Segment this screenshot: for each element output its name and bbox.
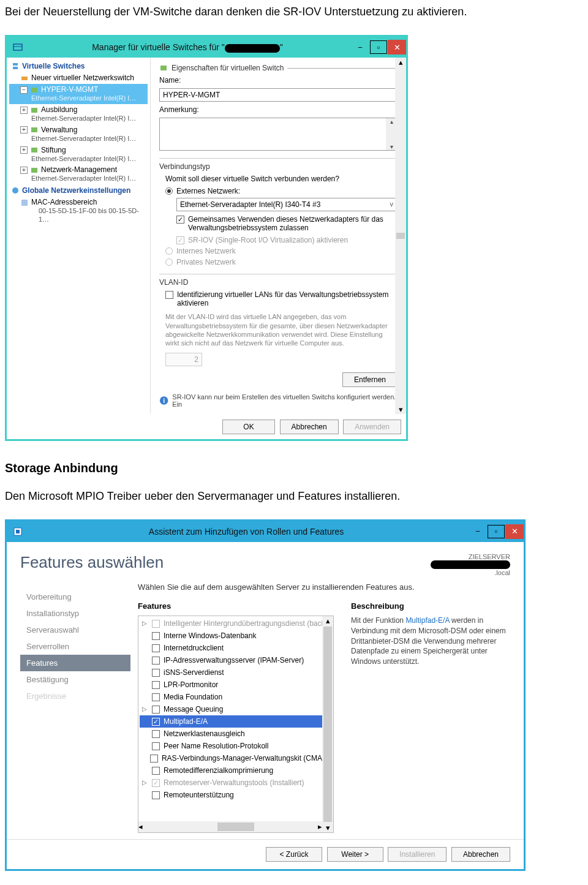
tree-item-hyperv-mgmt[interactable]: − HYPER-V-MGMT Ethernet-Serveradapter In… (9, 84, 148, 104)
radio-external[interactable]: Externes Netzwerk: (165, 187, 398, 195)
feature-label: LPR-Portmonitor (164, 680, 218, 689)
feature-row[interactable]: ▷Message Queuing (140, 703, 332, 715)
checkbox-icon (176, 216, 184, 224)
expand-icon[interactable]: + (20, 126, 28, 134)
conn-group-title: Verbindungstyp (159, 162, 398, 171)
note-label: Anmerkung: (159, 105, 398, 114)
feature-row[interactable]: IP-Adressverwaltungsserver (IPAM-Server) (140, 654, 332, 666)
expand-icon[interactable]: + (20, 107, 28, 114)
features-col-title: Features (138, 601, 334, 611)
expand-icon[interactable]: + (20, 167, 28, 174)
maximize-button[interactable]: ▫ (488, 525, 505, 538)
feature-row[interactable]: Internetdruckclient (140, 642, 332, 654)
svg-rect-5 (31, 88, 37, 92)
info-text: SR-IOV kann nur beim Erstellen des virtu… (172, 393, 398, 408)
ok-button[interactable]: OK (222, 420, 275, 434)
left-tree: Virtuelle Switches Neuer virtueller Netz… (7, 58, 151, 413)
cancel-button[interactable]: Abbrechen (451, 847, 510, 862)
feature-row[interactable]: ▷Intelligenter Hintergrundübertragungsdi… (140, 617, 332, 630)
redacted-server (431, 560, 510, 569)
maximize-button[interactable]: ▫ (370, 40, 387, 54)
vswitch-manager-window: Manager für virtuelle Switches für "" − … (5, 35, 408, 440)
feature-label: Intelligenter Hintergrundübertragungsdie… (164, 619, 325, 628)
checkbox-icon (152, 620, 160, 628)
minimize-button[interactable]: − (351, 40, 369, 55)
vlan-id-input (165, 353, 202, 366)
feature-label: Message Queuing (164, 705, 223, 714)
svg-point-10 (12, 187, 18, 194)
name-label: Name: (159, 76, 398, 85)
features-scrollbar-v[interactable]: ▴▾ (322, 616, 333, 832)
adapter-select[interactable]: Ethernet-Serveradapter Intel(R) I340-T4 … (176, 198, 398, 211)
conn-question: Womit soll dieser virtuelle Switch verbu… (165, 175, 398, 183)
feature-row[interactable]: iSNS-Serverdienst (140, 666, 332, 679)
note-textarea[interactable]: ▴▾ (159, 118, 398, 151)
install-button: Installieren (388, 847, 447, 862)
feature-row[interactable]: Interne Windows-Datenbank (140, 630, 332, 642)
feature-row[interactable]: RAS-Verbindungs-Manager-Verwaltungskit (… (140, 752, 332, 764)
feature-label: RAS-Verbindungs-Manager-Verwaltungskit (… (162, 754, 330, 763)
expand-icon[interactable]: − (20, 86, 28, 94)
svg-rect-8 (31, 148, 37, 153)
svg-rect-7 (31, 127, 37, 132)
tree-item-mac[interactable]: MAC-Adressbereich 00-15-5D-15-1F-00 bis … (9, 197, 148, 225)
checkbox-icon (150, 755, 158, 763)
feature-label: Remoteserver-Verwaltungstools (Installie… (164, 778, 304, 787)
svg-rect-12 (160, 66, 167, 70)
feature-row[interactable]: Peer Name Resolution-Protokoll (140, 740, 332, 752)
expand-icon[interactable]: ▷ (142, 620, 148, 627)
svg-rect-6 (31, 108, 37, 113)
svg-rect-4 (21, 77, 28, 80)
nav-installationstyp[interactable]: Installationstyp (20, 605, 130, 622)
radio-internal[interactable]: Internes Netzwerk (165, 247, 398, 255)
chk-share-adapter[interactable]: Gemeinsames Verwenden dieses Netzwerkada… (176, 215, 398, 232)
back-button[interactable]: < Zurück (266, 847, 322, 862)
redacted-name (225, 44, 280, 53)
tree-item-verwaltung[interactable]: + Verwaltung Ethernet-Serveradapter Inte… (9, 124, 148, 145)
features-listbox[interactable]: ▷Intelligenter Hintergrundübertragungsdi… (138, 616, 334, 833)
expand-icon[interactable]: ▷ (142, 706, 148, 712)
svg-rect-16 (16, 530, 20, 533)
radio-private[interactable]: Privates Netzwerk (165, 258, 398, 266)
feature-row[interactable]: Media Foundation (140, 691, 332, 703)
tree-item-netzwerk-mgmt[interactable]: + Netzwerk-Management Ethernet-Serverada… (9, 164, 148, 184)
next-button[interactable]: Weiter > (327, 847, 383, 862)
name-input[interactable] (159, 88, 398, 102)
doc-intro: Bei der Neuerstellung der VM-Switche dar… (0, 0, 588, 24)
nav-features[interactable]: Features (20, 655, 130, 671)
checkbox-icon (152, 657, 160, 665)
wizard-page-title: Features auswählen (20, 553, 164, 572)
wizard-nav: Vorbereitung Installationstyp Serverausw… (20, 582, 130, 833)
nav-serverrollen[interactable]: Serverrollen (20, 638, 130, 655)
tree-item-stiftung[interactable]: + Stiftung Ethernet-Serveradapter Intel(… (9, 145, 148, 165)
radio-icon (165, 187, 173, 195)
cancel-button[interactable]: Abbrechen (280, 420, 339, 434)
feature-row[interactable]: Multipfad-E/A (140, 715, 332, 728)
expand-icon[interactable]: ▷ (142, 779, 148, 786)
feature-row[interactable]: LPR-Portmonitor (140, 679, 332, 691)
minimize-button[interactable]: − (469, 524, 487, 539)
tree-item-ausbildung[interactable]: + Ausbildung Ethernet-Serveradapter Inte… (9, 104, 148, 124)
close-button[interactable]: ✕ (388, 40, 406, 55)
checkbox-icon (152, 718, 160, 726)
close-button[interactable]: ✕ (505, 524, 524, 539)
features-scrollbar-h[interactable]: ◂▸ (138, 821, 322, 832)
feature-row[interactable]: ▷Remoteserver-Verwaltungstools (Installi… (140, 777, 332, 789)
nav-serverauswahl[interactable]: Serverauswahl (20, 622, 130, 638)
feature-label: Media Foundation (164, 693, 222, 701)
radio-icon (165, 258, 173, 266)
panel-scrollbar[interactable]: ▴▾ (395, 58, 406, 413)
remove-button[interactable]: Entfernen (342, 372, 398, 387)
feature-row[interactable]: Netzwerklastenausgleich (140, 728, 332, 740)
nav-vorbereitung[interactable]: Vorbereitung (20, 589, 130, 605)
nav-bestaetigung[interactable]: Bestätigung (20, 671, 130, 688)
doc-heading-storage: Storage Anbindung (0, 452, 588, 484)
tree-header-global: Globale Netzwerkeinstellungen (9, 184, 148, 197)
feature-label: Remotedifferenzialkomprimierung (164, 766, 273, 775)
tree-new-switch[interactable]: Neuer virtueller Netzwerkswitch (9, 72, 148, 84)
feature-row[interactable]: Remoteunterstützung (140, 789, 332, 801)
expand-icon[interactable]: + (20, 146, 28, 154)
feature-row[interactable]: Remotedifferenzialkomprimierung (140, 764, 332, 777)
chk-vlan[interactable]: Identifizierung virtueller LANs für das … (165, 290, 398, 307)
checkbox-icon (152, 669, 160, 677)
